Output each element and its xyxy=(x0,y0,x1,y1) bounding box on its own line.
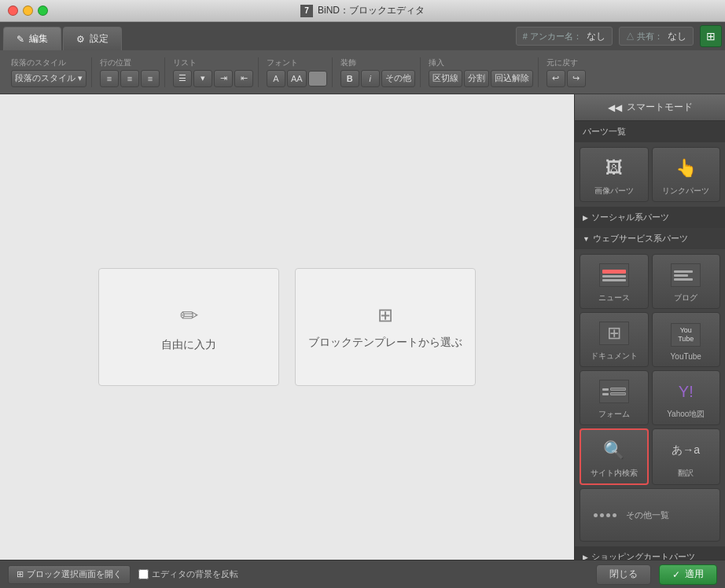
list-button[interactable]: ☰ xyxy=(173,70,192,87)
split-button[interactable]: 分割 xyxy=(464,70,489,87)
grid-icon: ⊞ xyxy=(706,30,716,42)
indent-button[interactable]: ⇥ xyxy=(214,70,233,87)
grid-small-icon: ⊞ xyxy=(17,569,24,579)
search-label: サイト内検索 xyxy=(591,468,638,479)
smart-mode-button[interactable]: ◀◀ スマートモード xyxy=(575,94,725,121)
bold-button[interactable]: B xyxy=(340,70,359,87)
translate-label: 翻訳 xyxy=(678,468,694,479)
font-color-button[interactable] xyxy=(308,71,327,86)
paragraph-style-label: 段落のスタイル xyxy=(11,57,66,68)
bg-flip-checkbox[interactable]: エディタの背景を反転 xyxy=(138,568,238,580)
blog-icon xyxy=(670,261,701,289)
open-block-button[interactable]: ⊞ ブロック選択画面を開く xyxy=(8,565,131,584)
apply-label: 適用 xyxy=(685,568,704,581)
blocks-icon: ⊞ xyxy=(377,304,393,326)
shopping-parts-label: ショッピングカートパーツ xyxy=(591,551,695,560)
align-right-button[interactable]: ≡ xyxy=(141,70,160,87)
web-service-parts-grid: ニュース ブログ ⊞ xyxy=(575,249,725,546)
cursor-icon: 👆 xyxy=(670,154,701,182)
blog-part-item[interactable]: ブログ xyxy=(652,254,721,309)
social-parts-section[interactable]: ▶ ソーシャル系パーツ xyxy=(575,207,725,228)
more-label: その他一覧 xyxy=(626,509,669,521)
minimize-button[interactable] xyxy=(23,6,33,16)
free-input-card[interactable]: ✏ 自由に入力 xyxy=(98,268,279,386)
tab-edit[interactable]: ✎ 編集 xyxy=(3,27,61,50)
paragraph-style-dropdown[interactable]: 段落のスタイル ▾ xyxy=(11,70,86,87)
blog-label: ブログ xyxy=(674,292,697,303)
paragraph-style-group: 段落のスタイル 段落のスタイル ▾ xyxy=(6,57,92,87)
news-icon xyxy=(598,261,630,289)
more-part-item[interactable]: その他一覧 xyxy=(580,488,720,542)
edit-icon: ✎ xyxy=(17,34,24,45)
image-parts-icon: 🖼 xyxy=(598,154,630,182)
more-icon xyxy=(590,503,620,527)
list-group: リスト ☰ ▾ ⇥ ⇤ xyxy=(168,57,259,87)
shopping-parts-section[interactable]: ▶ ショッピングカートパーツ xyxy=(575,546,725,560)
font-a-button[interactable]: A xyxy=(267,70,285,87)
checkmark-icon: ✓ xyxy=(672,569,680,580)
font-aa-button[interactable]: AA xyxy=(287,70,307,87)
document-label: ドキュメント xyxy=(591,351,638,362)
smart-mode-icon: ◀◀ xyxy=(608,102,622,113)
list-label: リスト xyxy=(173,57,197,68)
document-icon: ⊞ xyxy=(598,319,630,347)
link-parts-label: リンクパーツ xyxy=(662,186,709,197)
social-parts-label: ソーシャル系パーツ xyxy=(591,211,669,223)
toolbar: 段落のスタイル 段落のスタイル ▾ 行の位置 ≡ ≡ ≡ リスト ☰ ▾ ⇥ ⇤… xyxy=(0,50,725,94)
chevron-right-icon2: ▶ xyxy=(583,553,588,560)
undo-button[interactable]: ↩ xyxy=(547,70,565,87)
news-part-item[interactable]: ニュース xyxy=(580,254,649,309)
app-icon: 7 xyxy=(300,5,313,17)
tab-bar: ✎ 編集 ⚙ 設定 # アンカー名： なし △ 共有： なし ⊞ xyxy=(0,22,725,50)
yahoo-label: Yahoo地図 xyxy=(667,409,705,420)
basic-parts-grid: 🖼 画像パーツ 👆 リンクパーツ xyxy=(575,142,725,207)
tab-settings[interactable]: ⚙ 設定 xyxy=(63,27,122,50)
open-block-label: ブロック選択画面を開く xyxy=(27,568,122,580)
grid-icon-button[interactable]: ⊞ xyxy=(700,25,722,47)
outdent-button[interactable]: ⇤ xyxy=(234,70,253,87)
embed-release-button[interactable]: 回込解除 xyxy=(491,70,533,87)
close-button[interactable] xyxy=(8,6,18,16)
undo-label: 元に戻す xyxy=(547,57,578,68)
italic-button[interactable]: i xyxy=(361,70,380,87)
smart-mode-label: スマートモード xyxy=(627,101,693,114)
undo-group: 元に戻す ↩ ↪ xyxy=(542,57,591,87)
anchor-area: # アンカー名： なし xyxy=(516,27,613,46)
form-part-item[interactable]: フォーム xyxy=(580,370,649,425)
translate-part-item[interactable]: あ→a 翻訳 xyxy=(652,428,721,485)
free-input-label: 自由に入力 xyxy=(161,338,216,352)
align-left-button[interactable]: ≡ xyxy=(100,70,119,87)
document-part-item[interactable]: ⊞ ドキュメント xyxy=(580,312,649,367)
cut-button[interactable]: 区切線 xyxy=(429,70,462,87)
share-value: なし xyxy=(668,30,686,43)
apply-button[interactable]: ✓ 適用 xyxy=(659,564,717,585)
decoration-group: 装飾 B i その他 xyxy=(336,57,421,87)
image-parts-label: 画像パーツ xyxy=(594,186,634,197)
form-label: フォーム xyxy=(598,409,630,420)
link-parts-item[interactable]: 👆 リンクパーツ xyxy=(652,147,721,202)
template-label: ブロックテンプレートから選ぶ xyxy=(308,336,462,350)
tab-edit-label: 編集 xyxy=(29,32,48,46)
bg-flip-input[interactable] xyxy=(138,569,149,579)
image-parts-item[interactable]: 🖼 画像パーツ xyxy=(580,147,649,202)
decoration-label: 装飾 xyxy=(340,57,356,68)
youtube-part-item[interactable]: YouTube YouTube xyxy=(652,312,721,367)
maximize-button[interactable] xyxy=(38,6,48,16)
sidebar: ◀◀ スマートモード パーツ一覧 🖼 画像パーツ 👆 リンクパーツ ▶ xyxy=(574,94,725,560)
template-card[interactable]: ⊞ ブロックテンプレートから選ぶ xyxy=(295,268,476,386)
search-part-item[interactable]: 🔍 サイト内検索 xyxy=(580,428,649,485)
font-group: フォント A AA xyxy=(262,57,333,87)
yahoo-icon: Y! xyxy=(670,377,701,406)
web-service-parts-section[interactable]: ▼ ウェブサービス系パーツ xyxy=(575,228,725,249)
yahoo-part-item[interactable]: Y! Yahoo地図 xyxy=(652,370,721,425)
close-button[interactable]: 閉じる xyxy=(596,564,651,585)
other-button[interactable]: その他 xyxy=(381,70,415,87)
insert-label: 挿入 xyxy=(429,57,444,68)
redo-button[interactable]: ↪ xyxy=(567,70,586,87)
line-position-label: 行の位置 xyxy=(100,57,131,68)
bottom-bar: ⊞ ブロック選択画面を開く エディタの背景を反転 閉じる ✓ 適用 xyxy=(0,560,725,588)
font-label: フォント xyxy=(267,57,298,68)
align-center-button[interactable]: ≡ xyxy=(120,70,139,87)
share-area: △ 共有： なし xyxy=(619,27,694,46)
list-dropdown[interactable]: ▾ xyxy=(193,70,212,87)
